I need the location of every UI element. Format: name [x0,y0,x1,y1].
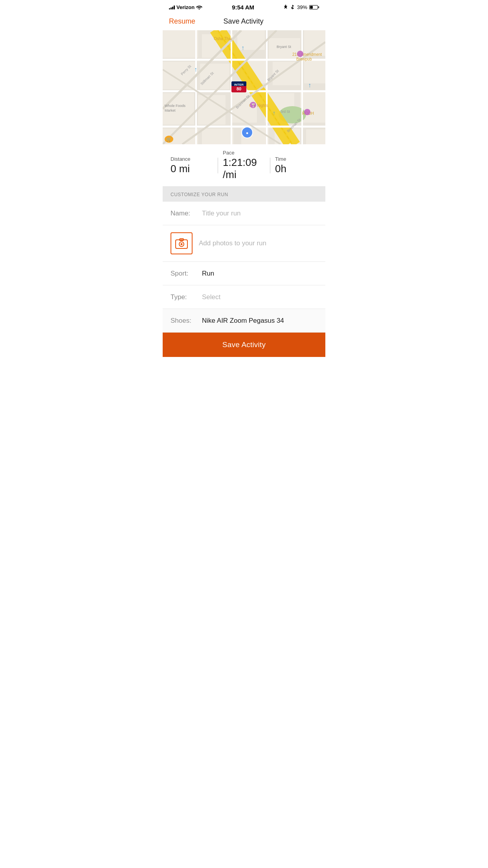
svg-rect-20 [306,129,325,144]
svg-text:↑: ↑ [194,66,197,73]
stat-divider-2 [270,158,270,173]
svg-text:Bryant St: Bryant St [277,45,292,49]
status-bar: Verizon 9:54 AM 39% [163,0,325,14]
svg-text:↑: ↑ [308,82,311,88]
svg-rect-17 [202,129,233,144]
distance-value: 0 mi [171,163,213,175]
status-left: Verizon [169,4,202,10]
shoes-row[interactable]: Shoes: Nike AIR Zoom Pegasus 34 [163,309,325,333]
map-view: INTER 80 ↑ ↑ ↑ ↑ Perry St Stillman St Br… [163,30,325,144]
svg-rect-1 [163,30,198,58]
svg-text:Osha Thai: Osha Thai [214,37,232,41]
stat-pace: Pace 1:21:09 /mi [223,150,265,181]
stat-divider-1 [218,158,218,173]
name-input[interactable] [202,210,317,217]
signal-bars [169,5,175,9]
type-label: Type: [171,293,202,301]
pace-label: Pace [223,150,265,156]
svg-rect-12 [198,95,226,125]
svg-rect-10 [304,60,325,83]
photo-icon-box[interactable] [171,232,193,254]
carrier-label: Verizon [176,4,194,10]
resume-button[interactable]: Resume [169,17,195,26]
status-time: 9:54 AM [232,4,254,11]
name-row[interactable]: Name: [163,202,325,225]
svg-text:INTER: INTER [234,83,244,86]
page-title: Save Activity [223,17,263,26]
shoes-value: Nike AIR Zoom Pegasus 34 [202,317,317,325]
name-label: Name: [171,210,202,217]
map-svg: INTER 80 ↑ ↑ ↑ ↑ Perry St Stillman St Br… [163,30,325,144]
svg-point-61 [304,109,310,115]
stats-row: Distance 0 mi Pace 1:21:09 /mi Time 0h [163,144,325,187]
sport-row[interactable]: Sport: Run [163,262,325,285]
nav-header: Resume Save Activity [163,14,325,30]
stat-distance: Distance 0 mi [171,156,213,175]
svg-text:🛒: 🛒 [166,136,172,142]
svg-text:Whole Foods: Whole Foods [165,104,186,108]
status-right: 39% [284,4,319,10]
shoes-label: Shoes: [171,317,202,325]
svg-text:21st Amendment: 21st Amendment [292,52,322,57]
stat-time: Time 0h [275,156,317,175]
wifi-icon [196,5,202,9]
sport-value: Run [202,270,317,278]
sport-label: Sport: [171,270,202,278]
bluetooth-icon [290,4,295,10]
svg-text:Brewpub: Brewpub [296,57,312,61]
svg-text:80: 80 [237,86,241,91]
battery-percent: 39% [297,4,307,10]
save-activity-button[interactable]: Save Activity [163,333,325,357]
time-label: Time [275,156,317,162]
svg-text:↑: ↑ [273,110,275,116]
type-value: Select [202,293,317,301]
type-row[interactable]: Type: Select [163,285,325,309]
form-section: Name: Add photos to your run Sport: Run … [163,202,325,333]
svg-rect-6 [163,62,196,89]
svg-text:🍸: 🍸 [251,103,256,108]
photo-row[interactable]: Add photos to your run [163,225,325,262]
photo-icon [175,238,188,249]
pace-value: 1:21:09 /mi [223,156,265,181]
photos-placeholder-text: Add photos to your run [199,239,266,247]
customize-section-header: CUSTOMIZE YOUR RUN [163,187,325,202]
location-icon [284,4,288,10]
distance-label: Distance [171,156,213,162]
time-value: 0h [275,163,317,175]
svg-point-69 [181,243,183,245]
svg-text:3rd St: 3rd St [281,110,290,114]
svg-text:↑: ↑ [241,44,244,51]
svg-point-60 [297,51,303,57]
svg-text:Market: Market [165,108,176,112]
svg-text:●: ● [246,131,249,135]
customize-header-text: CUSTOMIZE YOUR RUN [171,192,228,197]
battery-icon [309,5,319,9]
